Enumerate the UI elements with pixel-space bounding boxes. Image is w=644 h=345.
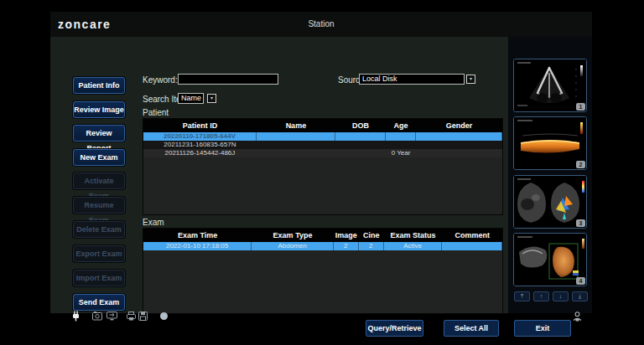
title-bar: zoncare Station xyxy=(50,12,592,37)
cell-name xyxy=(257,132,335,141)
column-header[interactable]: Exam Time xyxy=(143,229,252,242)
screen: zoncare Station Patient Info Review Imag… xyxy=(0,0,644,345)
main-content: Patient Info Review Image Review Report … xyxy=(50,37,592,313)
patient-section-label: Patient xyxy=(143,108,169,117)
next-image-button[interactable]: ↓ xyxy=(553,291,569,301)
activate-exam-button: Activate Exam xyxy=(73,172,125,189)
column-header[interactable]: DOB xyxy=(335,119,386,132)
cell-patient-id: 20211231-160835-657N xyxy=(143,141,257,149)
import-exam-button: Import Exam xyxy=(73,270,125,286)
review-report-button[interactable]: Review Report xyxy=(73,125,125,142)
patient-table-header: Patient ID Name DOB Age Gender xyxy=(143,119,502,132)
cell-cine-count: 2 xyxy=(359,242,384,250)
cell-gender xyxy=(416,132,502,141)
new-exam-button[interactable]: New Exam xyxy=(73,149,125,166)
thumbnail-image-3[interactable]: 3 xyxy=(513,175,587,229)
page-title: Station xyxy=(50,19,592,28)
camera-icon[interactable] xyxy=(92,312,102,321)
column-header[interactable]: Patient ID xyxy=(143,119,257,132)
user-icon[interactable] xyxy=(573,312,582,322)
source-dropdown-arrow-icon[interactable]: ▾ xyxy=(466,75,475,84)
exam-section-label: Exam xyxy=(143,218,164,227)
cell-gender xyxy=(416,149,502,157)
cell-patient-id: 20211126-145442-486J xyxy=(143,149,257,157)
exit-button[interactable]: Exit xyxy=(514,320,571,337)
column-header[interactable]: Cine xyxy=(359,229,384,242)
thumbnail-number-badge: 3 xyxy=(576,219,585,227)
column-header[interactable]: Name xyxy=(257,119,335,132)
column-header[interactable]: Image xyxy=(334,229,359,242)
cell-comment xyxy=(442,242,501,250)
cell-age: 0 Year xyxy=(386,149,416,157)
cell-dob xyxy=(335,141,386,149)
send-exam-button[interactable]: Send Exam xyxy=(73,294,125,311)
monitor-icon[interactable] xyxy=(106,312,117,321)
cell-exam-status: Active xyxy=(384,242,443,250)
cell-age xyxy=(386,141,416,149)
cell-exam-type: Abdomen xyxy=(252,242,334,250)
status-dot-icon xyxy=(159,312,169,321)
thumbnail-image-1[interactable]: 1 xyxy=(513,59,587,112)
search-item-dropdown-arrow-icon[interactable]: ▾ xyxy=(207,94,216,103)
exam-row-selected[interactable]: 2022-01-10 17:18:05 Abdomen 2 2 Active xyxy=(143,242,502,250)
exam-table-header: Exam Time Exam Type Image Cine Exam Stat… xyxy=(143,229,502,242)
column-header[interactable]: Exam Type xyxy=(252,229,334,242)
column-header[interactable]: Gender xyxy=(416,119,502,132)
column-header[interactable]: Exam Status xyxy=(384,229,443,242)
printer-icon[interactable] xyxy=(127,312,136,321)
save-icon[interactable] xyxy=(138,312,148,321)
plug-icon xyxy=(71,311,80,322)
review-image-button[interactable]: Review Image xyxy=(73,101,125,118)
cell-name xyxy=(257,149,335,157)
patient-table: Patient ID Name DOB Age Gender 20220110-… xyxy=(143,118,503,215)
thumbnail-panel: 1 2 xyxy=(508,37,592,313)
query-retrieve-button[interactable]: Query/Retrieve xyxy=(366,320,423,337)
cell-age xyxy=(386,132,416,141)
select-all-button[interactable]: Select All xyxy=(444,320,499,337)
thumbnail-number-badge: 1 xyxy=(576,103,585,111)
patient-row[interactable]: 20211126-145442-486J 0 Year xyxy=(143,149,502,157)
cell-exam-time: 2022-01-10 17:18:05 xyxy=(143,242,252,250)
column-header[interactable]: Age xyxy=(386,119,416,132)
last-image-button[interactable]: ⤓ xyxy=(572,291,588,301)
delete-exam-button: Delete Exam xyxy=(73,221,125,238)
exam-table: Exam Time Exam Type Image Cine Exam Stat… xyxy=(143,228,503,314)
column-header[interactable]: Comment xyxy=(442,229,501,242)
thumbnail-image-2[interactable]: 2 xyxy=(513,116,587,170)
thumbnail-number-badge: 4 xyxy=(576,277,585,285)
keyword-input[interactable] xyxy=(178,74,278,85)
keyword-label: Keyword: xyxy=(143,75,178,85)
thumbnail-number-badge: 2 xyxy=(576,161,585,168)
cell-patient-id: 20220110-171805-644V xyxy=(143,132,257,141)
cell-dob xyxy=(335,149,386,157)
cell-image-count: 2 xyxy=(334,242,359,250)
cell-dob xyxy=(335,132,386,141)
station-window: zoncare Station Patient Info Review Imag… xyxy=(50,12,592,313)
patient-row-selected[interactable]: 20220110-171805-644V xyxy=(143,132,502,141)
search-item-select[interactable]: Name xyxy=(178,93,204,104)
cell-name xyxy=(257,141,335,149)
patient-row[interactable]: 20211231-160835-657N xyxy=(143,141,502,149)
cell-gender xyxy=(416,141,502,149)
prev-image-button[interactable]: ↑ xyxy=(533,291,549,301)
export-exam-button: Export Exam xyxy=(73,245,125,262)
source-select[interactable]: Local Disk xyxy=(359,74,465,85)
patient-info-button[interactable]: Patient Info xyxy=(73,77,125,94)
first-image-button[interactable]: ⤒ xyxy=(514,291,530,301)
thumbnail-image-4[interactable]: 4 xyxy=(513,233,587,286)
resume-exam-button: Resume Exam xyxy=(73,197,125,214)
